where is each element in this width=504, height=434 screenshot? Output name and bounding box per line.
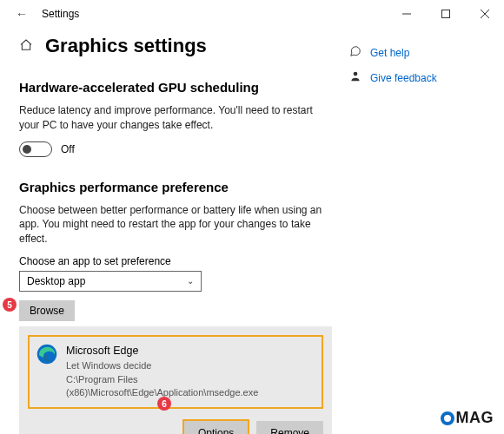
section-heading-perf: Graphics performance preference xyxy=(19,180,332,194)
page-header: Graphics settings xyxy=(19,35,332,57)
remove-button[interactable]: Remove xyxy=(256,421,323,434)
chevron-down-icon: ⌄ xyxy=(187,276,194,286)
help-text: Get help xyxy=(370,47,409,59)
section-desc-gpu: Reduce latency and improve performance. … xyxy=(19,103,332,133)
app-type-select[interactable]: Desktop app ⌄ xyxy=(19,271,202,292)
app-actions: Options Remove xyxy=(28,421,323,434)
watermark-text: MAG xyxy=(456,409,494,427)
feedback-link[interactable]: Give feedback xyxy=(349,70,480,85)
help-link[interactable]: Get help xyxy=(349,45,480,60)
back-button[interactable]: ← xyxy=(16,7,28,21)
svg-rect-1 xyxy=(441,10,449,18)
side-panel: Get help Give feedback xyxy=(349,45,480,434)
edge-icon xyxy=(36,344,57,400)
app-card: Microsoft Edge Let Windows decide C:\Pro… xyxy=(19,326,332,434)
app-info: Microsoft Edge Let Windows decide C:\Pro… xyxy=(66,344,315,400)
callout-badge-6: 6 xyxy=(157,397,171,411)
app-path: C:\Program Files (x86)\Microsoft\Edge\Ap… xyxy=(66,373,315,400)
home-icon[interactable] xyxy=(19,38,33,55)
minimize-button[interactable] xyxy=(387,0,426,28)
app-select-label: Choose an app to set preference xyxy=(19,255,332,267)
app-type-value: Desktop app xyxy=(27,275,85,287)
section-heading-gpu: Hardware-accelerated GPU scheduling xyxy=(19,80,332,95)
feedback-icon xyxy=(349,70,363,85)
watermark: MAG xyxy=(441,409,494,427)
watermark-icon xyxy=(441,411,454,425)
app-name: Microsoft Edge xyxy=(66,344,315,359)
page-title: Graphics settings xyxy=(45,35,207,57)
title-bar-left: ← Settings xyxy=(16,7,79,21)
gpu-toggle-label: Off xyxy=(61,143,75,155)
browse-button[interactable]: Browse xyxy=(19,300,75,321)
app-title: Settings xyxy=(42,8,79,20)
gpu-toggle-row: Off xyxy=(19,141,332,157)
app-list-item[interactable]: Microsoft Edge Let Windows decide C:\Pro… xyxy=(28,335,323,409)
close-button[interactable] xyxy=(465,0,504,28)
window-controls xyxy=(387,0,504,28)
section-desc-perf: Choose between better performance or bat… xyxy=(19,203,332,247)
help-icon xyxy=(349,45,363,60)
title-bar: ← Settings xyxy=(0,0,504,28)
options-button[interactable]: Options xyxy=(184,421,248,434)
callout-badge-5: 5 xyxy=(3,298,17,312)
svg-point-5 xyxy=(354,72,358,76)
feedback-text: Give feedback xyxy=(370,72,437,84)
maximize-button[interactable] xyxy=(426,0,465,28)
gpu-toggle[interactable] xyxy=(19,141,52,157)
app-preference: Let Windows decide xyxy=(66,359,315,372)
